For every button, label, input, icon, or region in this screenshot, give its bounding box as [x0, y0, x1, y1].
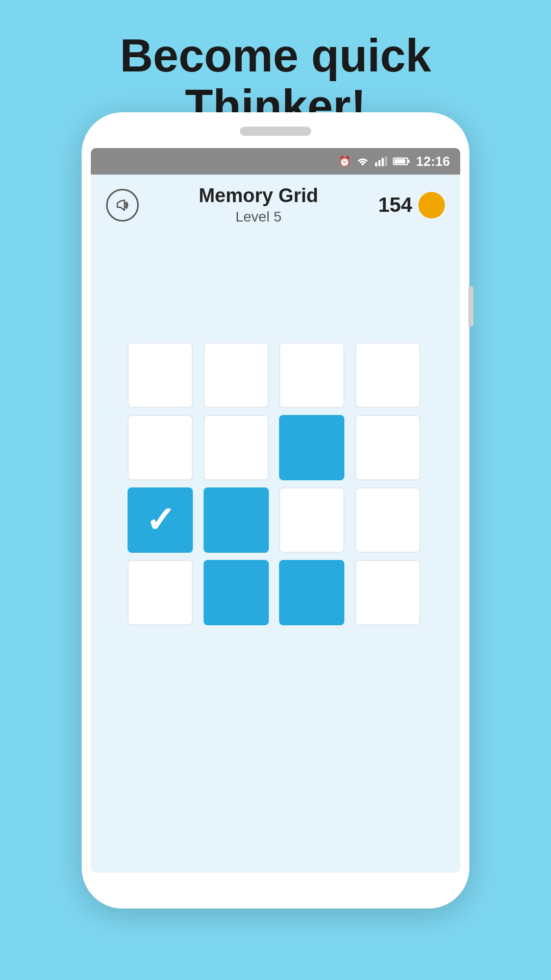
grid-cell-0-0[interactable] — [128, 342, 193, 408]
grid-cell-1-3[interactable] — [355, 415, 420, 480]
phone-side-button — [468, 286, 473, 327]
score-area: 154 — [378, 192, 445, 218]
app-header: Memory Grid Level 5 154 — [91, 175, 460, 230]
signal-icon — [374, 156, 388, 166]
phone-mockup: ⏰ — [82, 112, 469, 909]
grid-cell-0-2[interactable] — [279, 342, 344, 408]
checkmark-icon: ✓ — [145, 502, 176, 538]
grid-cell-2-3[interactable] — [355, 487, 420, 553]
svg-rect-3 — [385, 156, 387, 166]
svg-rect-0 — [375, 162, 377, 166]
grid-cell-0-1[interactable] — [204, 342, 269, 408]
app-title-area: Memory Grid Level 5 — [198, 185, 318, 225]
phone-speaker — [240, 127, 311, 136]
coin-icon — [418, 192, 445, 218]
memory-grid[interactable]: ✓ — [128, 342, 423, 625]
phone-screen: ⏰ — [91, 148, 460, 873]
status-time: 12:16 — [416, 154, 450, 169]
status-bar: ⏰ — [91, 148, 460, 175]
sound-button[interactable] — [106, 189, 139, 222]
svg-rect-5 — [394, 159, 405, 164]
app-title: Memory Grid — [198, 185, 318, 207]
status-icons: ⏰ — [338, 155, 410, 167]
sound-icon — [113, 196, 132, 214]
battery-icon — [393, 156, 410, 166]
grid-cell-3-2[interactable] — [279, 560, 344, 625]
grid-cell-1-2[interactable] — [279, 415, 344, 480]
grid-cell-3-3[interactable] — [355, 560, 420, 625]
alarm-icon: ⏰ — [338, 155, 351, 167]
grid-cell-2-1[interactable] — [204, 487, 269, 553]
svg-rect-2 — [382, 158, 384, 166]
grid-cell-3-1[interactable] — [204, 560, 269, 625]
grid-cell-0-3[interactable] — [355, 342, 420, 408]
wifi-icon — [356, 156, 369, 166]
game-area: ✓ — [91, 230, 460, 646]
grid-cell-2-2[interactable] — [279, 487, 344, 553]
grid-cell-2-0[interactable]: ✓ — [128, 487, 193, 553]
svg-rect-6 — [408, 160, 409, 163]
grid-cell-1-0[interactable] — [128, 415, 193, 480]
tagline-line1: Become quick — [120, 30, 431, 81]
grid-cell-3-0[interactable] — [128, 560, 193, 625]
score-number: 154 — [378, 193, 412, 216]
svg-rect-1 — [378, 160, 380, 166]
grid-cell-1-1[interactable] — [204, 415, 269, 480]
phone-body: ⏰ — [82, 112, 469, 909]
app-level: Level 5 — [198, 209, 318, 225]
